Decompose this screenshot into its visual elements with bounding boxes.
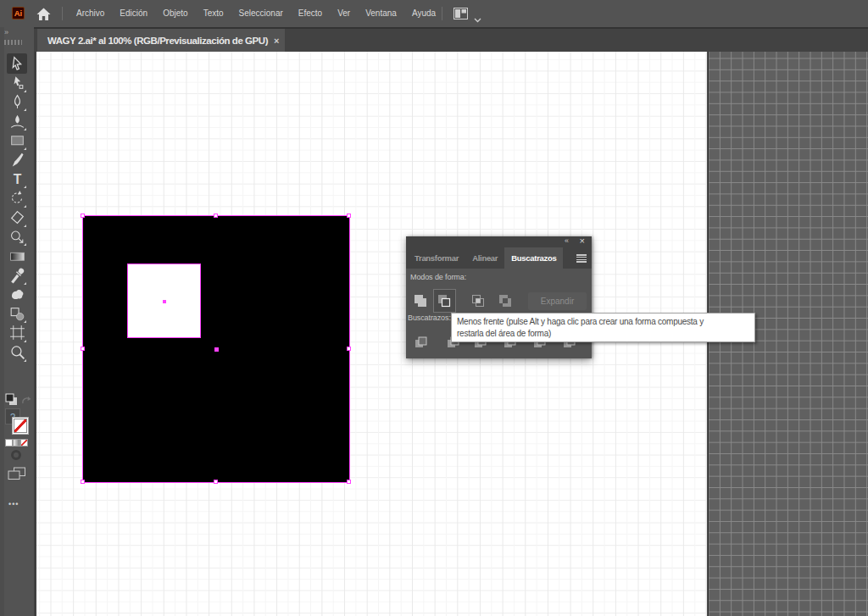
- direct-selection-tool[interactable]: [7, 73, 27, 93]
- menubar-separator: [62, 7, 63, 20]
- panel-tab-alinear[interactable]: Alinear: [465, 247, 504, 269]
- selection-handle[interactable]: [347, 347, 351, 351]
- zoom-tool[interactable]: [7, 342, 27, 363]
- intersect-button[interactable]: [471, 294, 485, 308]
- paintbrush-tool[interactable]: [7, 150, 27, 170]
- pathfinder-label: Buscatrazos:: [408, 314, 451, 322]
- pen-tool[interactable]: [7, 92, 27, 112]
- hole-center-point[interactable]: [163, 300, 166, 303]
- document-tab[interactable]: WAGY 2.ai* al 100% (RGB/Previsualización…: [37, 29, 285, 52]
- none-mode-swatch[interactable]: [20, 439, 28, 447]
- chevron-down-icon[interactable]: [474, 11, 481, 26]
- toolbar-grip[interactable]: [4, 40, 22, 45]
- menu-item-archivo[interactable]: Archivo: [69, 0, 112, 27]
- svg-text:T: T: [13, 172, 21, 186]
- selection-handle[interactable]: [214, 214, 218, 218]
- selection-handle[interactable]: [214, 480, 218, 484]
- tools-panel: » T ? •••: [0, 27, 34, 616]
- menu-item-edicion[interactable]: Edición: [112, 0, 155, 27]
- home-icon[interactable]: [36, 7, 52, 22]
- artboard-tool[interactable]: [7, 323, 27, 343]
- symbol-sprayer-tool[interactable]: [7, 284, 27, 304]
- default-fill-stroke-icon[interactable]: [5, 393, 18, 409]
- collapse-toolbar-icon[interactable]: »: [4, 28, 8, 36]
- eraser-tool[interactable]: [7, 208, 27, 228]
- rectangle-tool[interactable]: [7, 130, 27, 151]
- selection-handle[interactable]: [81, 480, 85, 484]
- gradient-tool[interactable]: [7, 246, 27, 266]
- color-mode-swatch[interactable]: [5, 439, 13, 447]
- eyedropper-tool[interactable]: [7, 265, 27, 286]
- menu-item-ventana[interactable]: Ventana: [358, 0, 404, 27]
- swap-fill-stroke-icon[interactable]: [21, 394, 32, 409]
- menu-item-objeto[interactable]: Objeto: [155, 0, 195, 27]
- panel-tab-buscatrazos[interactable]: Buscatrazos: [504, 247, 563, 269]
- graph-tool[interactable]: [7, 303, 27, 324]
- exclude-button[interactable]: [498, 294, 512, 308]
- minus-front-button[interactable]: [437, 294, 451, 308]
- menu-item-texto[interactable]: Texto: [196, 0, 231, 27]
- workspace-switcher-icon[interactable]: [453, 8, 468, 23]
- selection-handle[interactable]: [81, 347, 85, 351]
- panel-collapse-icon[interactable]: «: [565, 236, 569, 245]
- type-tool[interactable]: T: [7, 169, 27, 189]
- curvature-tool[interactable]: [7, 111, 27, 131]
- panel-tabs: TransformarAlinearBuscatrazos: [406, 247, 592, 269]
- toolbar-edge-shade: [0, 27, 4, 616]
- selection-center-point[interactable]: [214, 347, 219, 352]
- gradient-mode-swatch[interactable]: [13, 439, 20, 447]
- panel-header[interactable]: « ×: [406, 236, 592, 247]
- tooltip-line2: restarla del área de forma): [457, 328, 749, 340]
- panel-close-icon[interactable]: ×: [580, 236, 585, 246]
- draw-mode-icon[interactable]: [11, 450, 21, 460]
- toolbar-canvas-divider: [34, 27, 36, 616]
- menu-item-ayuda[interactable]: Ayuda: [404, 0, 443, 27]
- document-tab-bar: WAGY 2.ai* al 100% (RGB/Previsualización…: [0, 27, 868, 52]
- menu-item-efecto[interactable]: Efecto: [291, 0, 330, 27]
- tab-close-icon[interactable]: ×: [274, 36, 279, 46]
- menu-item-seleccionar[interactable]: Seleccionar: [231, 0, 291, 27]
- selection-handle[interactable]: [347, 480, 351, 484]
- panel-tab-transformar[interactable]: Transformar: [408, 247, 465, 269]
- menu-bar: Ai ArchivoEdiciónObjetoTextoSeleccionarE…: [0, 0, 868, 27]
- more-tools-icon[interactable]: •••: [8, 500, 19, 508]
- menubar-separator-2: [442, 7, 442, 20]
- tooltip: Menos frente (pulse Alt y haga clic para…: [451, 313, 755, 342]
- rotate-tool[interactable]: [7, 188, 27, 208]
- screen-mode-icon[interactable]: [8, 467, 26, 484]
- document-tab-title: WAGY 2.ai* al 100% (RGB/Previsualización…: [47, 36, 268, 46]
- menu-item-ver[interactable]: Ver: [330, 0, 358, 27]
- expand-button[interactable]: Expandir: [528, 292, 587, 310]
- panel-menu-icon[interactable]: [576, 254, 587, 263]
- stroke-none-swatch[interactable]: [12, 417, 29, 435]
- unite-button[interactable]: [414, 294, 427, 308]
- menu-items: ArchivoEdiciónObjetoTextoSeleccionarEfec…: [69, 0, 443, 27]
- shape-modes-label: Modos de forma:: [410, 273, 466, 281]
- selection-handle[interactable]: [347, 214, 351, 218]
- selection-handle[interactable]: [81, 214, 85, 218]
- selection-tool[interactable]: [7, 53, 27, 74]
- divide-button[interactable]: [415, 336, 427, 349]
- tooltip-line1: Menos frente (pulse Alt y haga clic para…: [457, 316, 749, 328]
- illustrator-logo-icon[interactable]: Ai: [12, 7, 25, 19]
- shape-builder-tool[interactable]: [7, 226, 27, 247]
